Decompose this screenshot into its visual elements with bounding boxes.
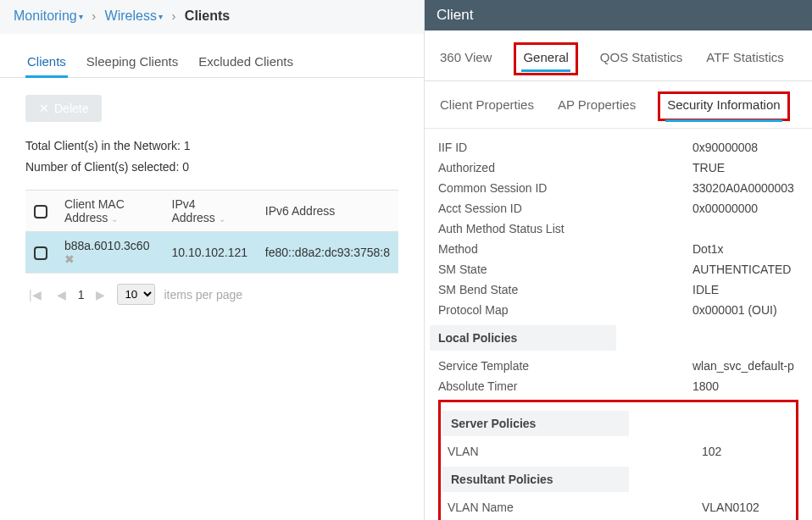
tab-ap-properties[interactable]: AP Properties: [556, 96, 637, 117]
pager-next[interactable]: ▶: [92, 288, 108, 301]
breadcrumb-wireless[interactable]: Wireless▾: [105, 8, 163, 23]
toolbar: ✕ Delete: [0, 78, 424, 130]
sort-icon: ⌄: [219, 214, 225, 224]
pager-prev[interactable]: ◀: [53, 288, 70, 301]
kv-row: Absolute Timer1800: [438, 376, 798, 396]
breadcrumb: Monitoring▾ › Wireless▾ › Clients: [0, 0, 424, 34]
cell-ipv6: fe80::d8a2:dc93:3758:8: [257, 232, 398, 274]
total-clients-value: 1: [184, 139, 191, 152]
tab-360-view[interactable]: 360 View: [438, 47, 493, 71]
delete-button[interactable]: ✕ Delete: [25, 95, 102, 122]
detail-tabs-secondary: Client Properties AP Properties Security…: [425, 81, 812, 129]
main-tabs: Clients Sleeping Clients Excluded Client…: [0, 34, 424, 78]
pager-current: 1: [78, 288, 85, 301]
tab-sleeping-clients[interactable]: Sleeping Clients: [85, 49, 180, 77]
kv-row: AuthorizedTRUE: [438, 158, 798, 178]
kv-row: Acct Session ID0x00000000: [438, 198, 798, 219]
page-size-select[interactable]: 10: [117, 284, 155, 305]
kv-row: SM StateAUTHENTICATED: [438, 259, 798, 279]
col-mac[interactable]: Client MAC Address⌄: [56, 191, 164, 232]
tab-client-properties[interactable]: Client Properties: [438, 96, 536, 117]
total-clients-label: Total Client(s) in the Network:: [25, 139, 181, 152]
section-resultant-policies: Resultant Policies: [442, 467, 629, 492]
detail-tabs-primary: 360 View General QOS Statistics ATF Stat…: [425, 30, 812, 81]
highlighted-policies: Server Policies VLAN102 Resultant Polici…: [438, 400, 798, 520]
detail-body: IIF ID0x90000008 AuthorizedTRUE Common S…: [425, 129, 812, 520]
pager-first[interactable]: |◀: [25, 288, 45, 301]
items-per-page-label: items per page: [164, 288, 242, 301]
breadcrumb-sep: ›: [92, 8, 96, 23]
cell-mac: b88a.6010.3c60: [64, 239, 149, 252]
chevron-down-icon: ▾: [159, 12, 163, 21]
section-server-policies: Server Policies: [442, 411, 629, 436]
selected-clients-label: Number of Client(s) selected:: [25, 160, 179, 174]
kv-row: SM Bend StateIDLE: [438, 279, 798, 300]
breadcrumb-sep: ›: [171, 8, 175, 23]
col-ipv4[interactable]: IPv4 Address⌄: [164, 191, 257, 232]
selected-clients-value: 0: [182, 160, 189, 174]
close-icon: ✕: [39, 102, 49, 115]
tab-general[interactable]: General: [521, 47, 570, 71]
row-checkbox[interactable]: [34, 246, 47, 260]
sort-icon: ⌄: [111, 214, 118, 224]
kv-row: IIF ID0x90000008: [438, 137, 798, 158]
tab-excluded-clients[interactable]: Excluded Clients: [197, 49, 295, 77]
kv-row: Common Session ID33020A0A0000003: [438, 178, 798, 198]
select-all-checkbox[interactable]: [34, 205, 47, 219]
breadcrumb-current: Clients: [185, 8, 230, 23]
table-row[interactable]: b88a.6010.3c60 ✖ 10.10.102.121 fe80::d8a…: [25, 232, 398, 274]
cell-ipv4: 10.10.102.121: [164, 232, 257, 274]
wrench-icon[interactable]: ✖: [64, 252, 75, 266]
kv-row: Auth Method Status List: [438, 219, 798, 239]
kv-row: MethodDot1x: [438, 239, 798, 259]
stats: Total Client(s) in the Network: 1 Number…: [0, 130, 424, 183]
kv-row: VLAN NameVLAN0102: [448, 497, 789, 517]
clients-table: Client MAC Address⌄ IPv4 Address⌄ IPv6 A…: [25, 190, 398, 274]
kv-row: Service Templatewlan_svc_default-p: [438, 356, 798, 376]
tab-clients[interactable]: Clients: [25, 49, 68, 77]
col-ipv6[interactable]: IPv6 Address: [257, 191, 398, 232]
kv-row: Protocol Map0x000001 (OUI): [438, 300, 798, 320]
chevron-down-icon: ▾: [79, 12, 83, 21]
delete-button-label: Delete: [54, 102, 88, 115]
tab-atf-statistics[interactable]: ATF Statistics: [704, 47, 785, 71]
kv-row: VLAN102: [448, 441, 789, 462]
breadcrumb-monitoring[interactable]: Monitoring▾: [14, 8, 83, 23]
panel-title: Client: [425, 0, 812, 30]
section-local-policies: Local Policies: [430, 325, 616, 351]
tab-qos-statistics[interactable]: QOS Statistics: [598, 47, 685, 71]
pager: |◀ ◀ 1 ▶ 10 items per page: [0, 274, 424, 315]
tab-security-information[interactable]: Security Information: [665, 96, 781, 117]
